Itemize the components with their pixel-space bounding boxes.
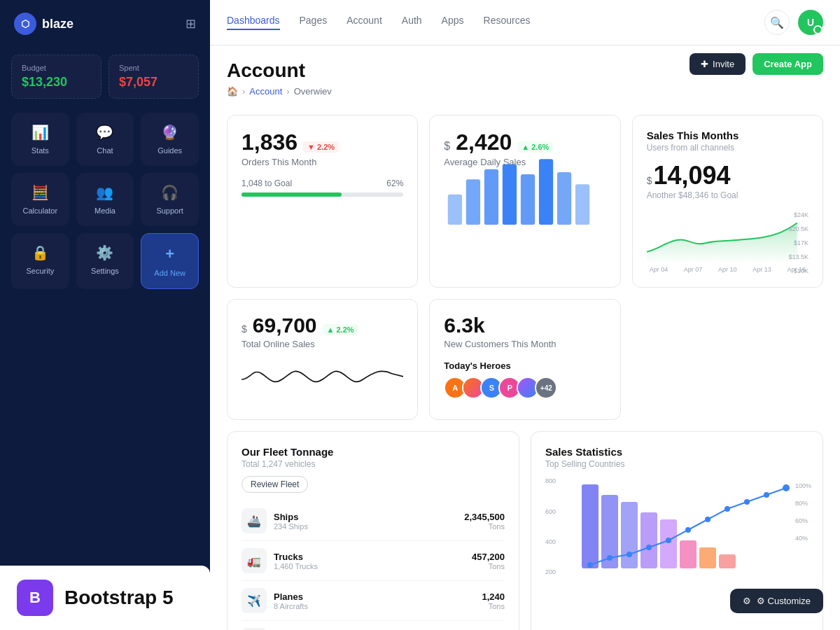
daily-sales-badge: ▲ 2.6% (517, 141, 553, 153)
tab-account[interactable]: Account (346, 15, 382, 30)
sidebar-item-add-new[interactable]: + Add New (141, 233, 199, 289)
svg-rect-0 (448, 195, 462, 225)
trucks-icon: 🚛 (241, 548, 267, 573)
budget-cards: Budget $13,230 Spent $7,057 (0, 48, 210, 113)
fleet-title: Our Fleet Tonnage (241, 446, 505, 458)
sidebar-item-guides[interactable]: 🔮 Guides (141, 113, 199, 166)
create-app-button[interactable]: Create App (752, 53, 823, 75)
sales-month-goal: Another $48,346 to Goal (647, 190, 808, 200)
sales-stats-subtitle: Top Selling Countries (545, 459, 808, 469)
svg-rect-13 (680, 540, 696, 568)
sales-month-number: 14,094 (653, 161, 730, 190)
sidebar-item-security[interactable]: 🔒 Security (11, 233, 69, 289)
sidebar-header: ⬡ blaze ⊞ (0, 0, 210, 48)
main-content: Dashboards Pages Account Auth Apps Resou… (210, 0, 840, 630)
add-icon: + (165, 245, 174, 263)
svg-point-25 (764, 492, 769, 498)
online-sales-card: $ 69,700 ▲ 2.2% Total Online Sales (227, 299, 418, 420)
online-sales-dollar: $ (241, 323, 247, 335)
svg-point-21 (685, 527, 691, 533)
trucks-value: 457,200 Tons (472, 552, 505, 570)
spacer-col (632, 299, 823, 420)
customers-number: 6.3k (444, 314, 484, 337)
tab-resources[interactable]: Resources (484, 15, 531, 30)
sales-month-dollar: $ (647, 175, 652, 186)
top-nav: Dashboards Pages Account Auth Apps Resou… (210, 0, 840, 46)
sidebar-item-chat[interactable]: 💬 Chat (76, 113, 134, 166)
review-fleet-button[interactable]: Review Fleet (241, 476, 308, 493)
svg-rect-6 (557, 172, 571, 225)
customize-button[interactable]: ⚙ ⚙ Customize (730, 589, 823, 613)
search-button[interactable]: 🔍 (764, 10, 790, 35)
wavy-chart-svg (241, 356, 403, 402)
sidebar-item-settings[interactable]: ⚙️ Settings (76, 233, 134, 289)
sales-stats-title: Sales Statistics (545, 446, 808, 458)
online-sales-number: 69,700 (253, 314, 317, 337)
svg-point-23 (724, 506, 730, 512)
sidebar-item-support[interactable]: 🎧 Support (141, 173, 199, 226)
sales-dollar: $ (444, 140, 450, 153)
svg-text:100%: 100% (795, 482, 811, 489)
svg-rect-8 (582, 484, 598, 568)
tab-dashboards[interactable]: Dashboards (227, 15, 280, 30)
customers-card: 6.3k New Customers This Month Today's He… (429, 299, 620, 420)
ships-name: Ships (274, 512, 464, 522)
breadcrumb: 🏠 › Account › Overwiev (227, 86, 823, 97)
planes-number: 1,240 (482, 592, 505, 602)
svg-point-22 (705, 517, 710, 522)
media-icon: 👥 (96, 184, 113, 201)
trucks-sub: 1,460 Trucks (274, 562, 472, 570)
sales-stats-chart: 800 600 400 200 (545, 477, 808, 589)
tab-apps[interactable]: Apps (442, 15, 464, 30)
sidebar-item-calculator[interactable]: 🧮 Calculator (11, 173, 69, 226)
logo-area: ⬡ blaze (14, 13, 74, 35)
logo-icon: ⬡ (14, 13, 36, 35)
user-avatar[interactable]: U (798, 10, 823, 35)
budget-card: Budget $13,230 (11, 55, 102, 99)
daily-sales-card: $ 2,420 ▲ 2.6% Average Daily Sales (429, 115, 620, 288)
spent-card: Spent $7,057 (108, 55, 199, 99)
sidebar-item-media[interactable]: 👥 Media (76, 173, 134, 226)
bootstrap-badge: B Bootstrap 5 (0, 566, 210, 630)
fleet-item-trucks: 🚛 Trucks 1,460 Trucks 457,200 Tons (241, 541, 505, 581)
progress-label-row: 1,048 to Goal 62% (241, 178, 403, 188)
svg-text:80%: 80% (795, 500, 808, 507)
heroes-title: Today's Heroes (444, 360, 606, 371)
ships-icon: 🚢 (241, 508, 267, 533)
svg-point-17 (607, 555, 612, 561)
tab-auth[interactable]: Auth (402, 15, 422, 30)
svg-rect-15 (719, 554, 736, 568)
svg-text:40%: 40% (795, 535, 808, 542)
planes-value: 1,240 Tons (482, 592, 505, 610)
svg-rect-11 (640, 512, 657, 568)
menu-icon[interactable]: ⊞ (186, 16, 196, 31)
sidebar-item-stats[interactable]: 📊 Stats (11, 113, 69, 166)
online-sales-label: Total Online Sales (241, 339, 403, 349)
support-label: Support (156, 206, 183, 215)
bootstrap-text: Bootstrap 5 (64, 587, 174, 609)
svg-rect-5 (539, 159, 553, 225)
invite-button[interactable]: ✚ Invite (690, 53, 746, 75)
breadcrumb-account[interactable]: Account (249, 86, 282, 97)
spent-label: Spent (119, 64, 188, 72)
guides-label: Guides (158, 146, 182, 155)
svg-rect-4 (521, 174, 535, 225)
svg-rect-2 (484, 169, 498, 225)
dashboard-body: 1,836 ▼ 2.2% Orders This Month 1,048 to … (210, 104, 840, 630)
tab-pages[interactable]: Pages (300, 15, 328, 30)
breadcrumb-overview: Overwiev (294, 86, 332, 97)
sales-month-chart: $24K $20.5K $17K $13.5K $10K (647, 211, 808, 273)
nav-grid: 📊 Stats 💬 Chat 🔮 Guides 🧮 Calculator 👥 M… (0, 113, 210, 289)
budget-label: Budget (22, 64, 91, 72)
calculator-label: Calculator (23, 206, 58, 215)
planes-sub: 8 Aircrafts (274, 602, 482, 610)
security-icon: 🔒 (31, 244, 49, 261)
progress-section: 1,048 to Goal 62% (241, 178, 403, 197)
customize-icon: ⚙ (743, 596, 751, 606)
trucks-name: Trucks (274, 552, 472, 562)
top-nav-actions: 🔍 U (764, 10, 823, 35)
svg-point-18 (626, 552, 632, 557)
sales-month-card: Sales This Months Users from all channel… (632, 115, 823, 288)
bar-chart-svg (444, 154, 606, 225)
sidebar: ⬡ blaze ⊞ Budget $13,230 Spent $7,057 📊 … (0, 0, 210, 630)
